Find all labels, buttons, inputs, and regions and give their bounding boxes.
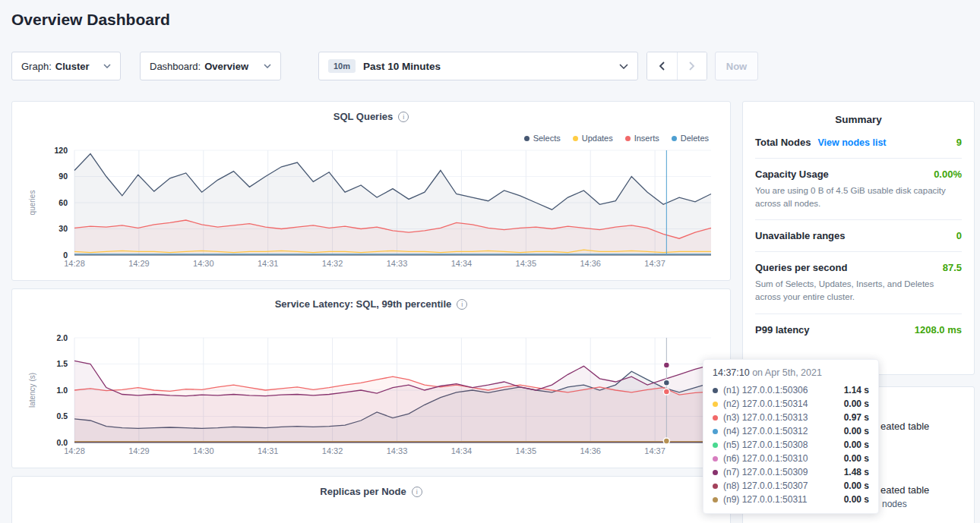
tooltip-node-value: 0.00 s xyxy=(844,480,869,491)
info-icon[interactable] xyxy=(457,299,467,310)
tooltip-node-value: 0.00 s xyxy=(844,453,869,464)
tooltip-node-label: (n2) 127.0.0.1:50314 xyxy=(723,399,808,409)
tooltip-row: (n8) 127.0.0.1:503070.00 s xyxy=(713,479,869,493)
tooltip-row: (n4) 127.0.0.1:503120.00 s xyxy=(713,424,869,438)
tooltip-node-label: (n5) 127.0.0.1:50308 xyxy=(723,440,808,450)
time-nav-group xyxy=(646,52,707,80)
service-latency-panel: 0.00.51.01.52.014:2814:2914:3014:3114:32… xyxy=(11,288,731,468)
page-title: Overview Dashboard xyxy=(11,11,170,29)
legend-dot-icon xyxy=(672,136,677,141)
x-tick-label: 14:29 xyxy=(128,259,150,268)
summary-row-capacity-usage: Capacity Usage 0.00% You are using 0 B o… xyxy=(755,159,962,220)
queries-per-second-value: 87.5 xyxy=(943,262,962,273)
tooltip-row: (n3) 127.0.0.1:503130.97 s xyxy=(713,411,869,424)
summary-panel: Summary Total Nodes View nodes list 9 Ca… xyxy=(742,101,975,375)
legend-label: Selects xyxy=(533,134,561,143)
service-latency-chart[interactable]: 0.00.51.01.52.014:2814:2914:3014:3114:32… xyxy=(12,289,732,469)
x-tick-label: 14:36 xyxy=(580,446,601,455)
x-tick-label: 14:31 xyxy=(258,446,279,455)
prev-time-button[interactable] xyxy=(647,52,677,80)
time-range-picker[interactable]: 10m Past 10 Minutes xyxy=(318,52,638,80)
tooltip-node-value: 0.00 s xyxy=(844,399,869,409)
capacity-usage-value: 0.00% xyxy=(934,169,962,180)
legend-item[interactable]: Inserts xyxy=(625,134,659,143)
summary-row-queries-per-second: Queries per second 87.5 Sum of Selects, … xyxy=(755,252,962,313)
capacity-usage-label: Capacity Usage xyxy=(755,169,829,180)
queries-per-second-description: Sum of Selects, Updates, Inserts, and De… xyxy=(755,278,962,303)
hover-cursor-dot xyxy=(663,389,669,395)
sql-queries-chart[interactable]: 030609012014:2814:2914:3014:3114:3214:33… xyxy=(12,102,732,282)
chevron-down-icon xyxy=(96,64,111,68)
tooltip-node-label: (n8) 127.0.0.1:50307 xyxy=(723,480,808,491)
event-item-fragment: eated table xyxy=(880,421,929,432)
legend-label: Updates xyxy=(582,134,613,143)
x-tick-label: 14:30 xyxy=(193,446,214,455)
x-tick-label: 14:32 xyxy=(322,446,343,455)
series-dot-icon xyxy=(713,470,718,475)
p99-latency-value: 1208.0 ms xyxy=(915,324,962,336)
y-tick-label: 0.5 xyxy=(56,411,68,421)
series-dot-icon xyxy=(713,484,718,489)
x-tick-label: 14:29 xyxy=(128,446,150,455)
replicas-per-node-panel: Replicas per Node xyxy=(11,476,731,523)
x-tick-label: 14:37 xyxy=(644,446,665,455)
chart-hover-tooltip: 14:37:10 on Apr 5th, 2021 (n1) 127.0.0.1… xyxy=(703,359,879,514)
tooltip-node-value: 0.00 s xyxy=(844,494,869,505)
tooltip-time: 14:37:10 xyxy=(713,367,750,378)
legend-label: Deletes xyxy=(681,134,709,143)
time-range-label: Past 10 Minutes xyxy=(363,61,441,72)
tooltip-node-label: (n1) 127.0.0.1:50306 xyxy=(723,385,808,395)
chevron-down-icon xyxy=(612,64,628,69)
x-tick-label: 14:32 xyxy=(322,259,343,268)
capacity-usage-description: You are using 0 B of 4.5 GiB usable disk… xyxy=(755,184,962,210)
summary-row-total-nodes: Total Nodes View nodes list 9 xyxy=(755,127,962,159)
legend-item[interactable]: Selects xyxy=(524,134,561,143)
x-tick-label: 14:31 xyxy=(258,259,279,268)
summary-row-unavailable-ranges: Unavailable ranges 0 xyxy=(755,220,962,252)
x-tick-label: 14:37 xyxy=(644,259,665,268)
tooltip-row: (n9) 127.0.0.1:503110.00 s xyxy=(713,493,869,506)
next-time-button[interactable] xyxy=(677,52,707,80)
series-dot-icon xyxy=(713,402,718,407)
y-tick-label: 1.5 xyxy=(56,359,68,368)
series-dot-icon xyxy=(713,497,718,503)
tooltip-row: (n5) 127.0.0.1:503080.00 s xyxy=(713,438,869,452)
legend-item[interactable]: Deletes xyxy=(672,134,709,143)
hover-cursor-dot xyxy=(663,438,669,444)
x-tick-label: 14:28 xyxy=(64,446,85,455)
view-nodes-list-link[interactable]: View nodes list xyxy=(817,137,886,148)
tooltip-row: (n2) 127.0.0.1:503140.00 s xyxy=(713,397,869,411)
tooltip-date: on Apr 5th, 2021 xyxy=(752,367,822,378)
y-tick-label: 120 xyxy=(54,146,68,155)
legend-dot-icon xyxy=(573,136,578,141)
dashboard-dropdown[interactable]: Dashboard: Overview xyxy=(140,52,281,80)
series-dot-icon xyxy=(713,388,718,393)
sql-queries-title: SQL Queries xyxy=(334,111,394,122)
now-button[interactable]: Now xyxy=(715,52,758,80)
y-axis-title: latency (s) xyxy=(28,373,36,408)
graph-dropdown[interactable]: Graph: Cluster xyxy=(11,52,121,80)
info-icon[interactable] xyxy=(412,487,422,497)
y-tick-label: 60 xyxy=(58,198,68,207)
tooltip-row: (n1) 127.0.0.1:503061.14 s xyxy=(713,383,869,397)
legend-dot-icon xyxy=(625,136,631,141)
y-tick-label: 2.0 xyxy=(56,333,68,342)
x-tick-label: 14:35 xyxy=(516,446,537,455)
total-nodes-label: Total Nodes xyxy=(755,137,811,148)
chevron-down-icon xyxy=(256,64,271,68)
chevron-right-icon xyxy=(688,61,695,71)
legend-item[interactable]: Updates xyxy=(573,134,613,143)
legend-label: Inserts xyxy=(634,134,659,143)
series-area xyxy=(74,361,711,443)
sql-queries-panel: 030609012014:2814:2914:3014:3114:3214:33… xyxy=(11,101,731,281)
tooltip-row: (n6) 127.0.0.1:503100.00 s xyxy=(713,452,869,465)
dashboard-dropdown-value: Overview xyxy=(204,61,248,72)
y-tick-label: 90 xyxy=(58,172,68,181)
event-item-fragment: eated table xyxy=(880,484,929,496)
y-axis-title: queries xyxy=(28,191,36,216)
dashboard-dropdown-label: Dashboard: xyxy=(150,61,201,72)
tooltip-node-value: 1.48 s xyxy=(844,467,869,477)
tooltip-row: (n7) 127.0.0.1:503091.48 s xyxy=(713,465,869,479)
tooltip-node-label: (n4) 127.0.0.1:50312 xyxy=(723,426,808,436)
info-icon[interactable] xyxy=(398,112,409,122)
